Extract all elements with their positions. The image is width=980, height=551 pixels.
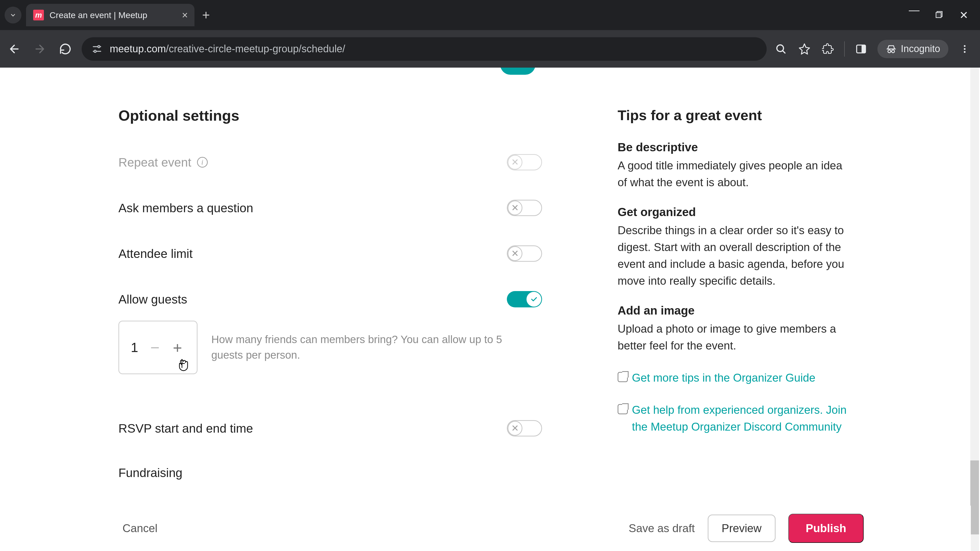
rsvp-time-label: RSVP start and end time [118, 421, 253, 435]
attendee-limit-row: Attendee limit ✕ [118, 245, 542, 262]
guest-count-stepper: 1 − + [118, 321, 197, 374]
check-icon [530, 295, 538, 303]
toggle-knob: ✕ [508, 421, 522, 436]
tab-strip: m Create an event | Meetup × + — ✕ [0, 0, 980, 30]
preview-button[interactable]: Preview [708, 514, 776, 542]
incognito-label: Incognito [901, 43, 940, 54]
stepper-decrement-button[interactable]: − [148, 338, 162, 357]
reload-button[interactable] [56, 40, 75, 58]
cancel-button[interactable]: Cancel [123, 522, 158, 535]
browser-tab[interactable]: m Create an event | Meetup × [26, 4, 194, 26]
new-tab-button[interactable]: + [202, 7, 210, 23]
window-minimize-button[interactable]: — [909, 4, 920, 16]
tip-block: Add an image Upload a photo or image to … [617, 303, 853, 354]
browser-chrome: m Create an event | Meetup × + — ✕ [0, 0, 980, 68]
guest-help-text: How many friends can members bring? You … [211, 332, 533, 363]
toggle-knob: ✕ [508, 155, 522, 170]
url-text: meetup.com/creative-circle-meetup-group/… [110, 43, 345, 55]
toggle-knob: ✕ [508, 200, 522, 215]
tip-heading: Be descriptive [617, 140, 853, 154]
save-draft-button[interactable]: Save as draft [628, 522, 695, 535]
external-link-icon [617, 372, 628, 382]
allow-guests-row: Allow guests [118, 291, 542, 307]
tip-link-row: Get more tips in the Organizer Guide [617, 369, 853, 386]
tab-close-button[interactable]: × [182, 10, 188, 21]
reload-icon [59, 43, 72, 56]
guest-stepper-row: 1 − + How many friends can members bring… [118, 321, 542, 374]
tip-heading: Add an image [617, 303, 853, 318]
toggle-knob [527, 292, 541, 306]
tab-search-dropdown[interactable] [5, 6, 21, 24]
tip-link-row: Get help from experienced organizers. Jo… [617, 402, 853, 435]
svg-rect-6 [862, 45, 865, 53]
toggle-knob: ✕ [508, 246, 522, 261]
menu-button[interactable] [958, 42, 972, 56]
extensions-icon[interactable] [821, 42, 835, 56]
fundraising-label: Fundraising [118, 466, 183, 480]
toolbar-right: Incognito [774, 40, 975, 58]
incognito-chip[interactable]: Incognito [877, 40, 948, 58]
svg-point-8 [892, 50, 894, 52]
rsvp-time-row: RSVP start and end time ✕ [118, 420, 542, 437]
organizer-guide-link[interactable]: Get more tips in the Organizer Guide [632, 369, 815, 386]
footer-bar: Cancel Save as draft Preview Publish [0, 506, 971, 551]
attendee-limit-toggle[interactable]: ✕ [507, 245, 542, 262]
search-icon[interactable] [774, 42, 788, 56]
window-close-button[interactable]: ✕ [959, 9, 968, 21]
external-link-icon [617, 404, 628, 414]
kebab-icon [959, 44, 970, 54]
site-info-button[interactable] [91, 43, 103, 55]
info-icon[interactable]: i [197, 157, 208, 168]
tab-title: Create an event | Meetup [49, 10, 147, 20]
back-button[interactable] [5, 40, 24, 58]
tips-title: Tips for a great event [617, 107, 853, 124]
tip-body: A good title immediately gives people an… [617, 157, 853, 191]
publish-button[interactable]: Publish [788, 514, 864, 543]
tip-body: Upload a photo or image to give members … [617, 321, 853, 354]
side-panel-icon[interactable] [854, 42, 868, 56]
svg-point-2 [98, 45, 100, 48]
tip-heading: Get organized [617, 205, 853, 219]
ask-question-row: Ask members a question ✕ [118, 200, 542, 216]
tips-column: Tips for a great event Be descriptive A … [617, 107, 853, 509]
svg-point-11 [964, 51, 966, 53]
discord-community-link[interactable]: Get help from experienced organizers. Jo… [632, 402, 853, 435]
section-title: Optional settings [118, 107, 542, 124]
bookmark-icon[interactable] [797, 42, 811, 56]
svg-point-3 [94, 50, 96, 52]
repeat-event-row: Repeat event i ✕ [118, 154, 542, 170]
repeat-event-label: Repeat event i [118, 156, 208, 169]
maximize-icon [935, 11, 943, 19]
toolbar-divider [844, 41, 845, 57]
svg-point-7 [888, 50, 891, 52]
arrow-left-icon [8, 43, 21, 56]
window-maximize-button[interactable] [935, 9, 943, 21]
svg-rect-1 [936, 13, 941, 17]
scrollbar-track[interactable] [970, 68, 979, 551]
tip-body: Describe things in a clear order so it's… [617, 222, 853, 289]
fundraising-row: Fundraising [118, 466, 542, 480]
svg-point-9 [964, 45, 966, 47]
tip-block: Be descriptive A good title immediately … [617, 140, 853, 191]
rsvp-time-toggle[interactable]: ✕ [507, 420, 542, 437]
forward-button[interactable] [30, 40, 49, 58]
allow-guests-toggle[interactable] [507, 291, 542, 307]
page-content: Optional settings Repeat event i ✕ Ask m… [0, 68, 980, 551]
attendee-limit-label: Attendee limit [118, 247, 192, 261]
arrow-right-icon [33, 43, 46, 56]
ask-question-label: Ask members a question [118, 201, 253, 215]
browser-toolbar: meetup.com/creative-circle-meetup-group/… [0, 30, 980, 68]
tip-block: Get organized Describe things in a clear… [617, 205, 853, 289]
address-bar[interactable]: meetup.com/creative-circle-meetup-group/… [82, 37, 767, 61]
allow-guests-label: Allow guests [118, 292, 187, 306]
tune-icon [91, 43, 103, 55]
meetup-favicon-icon: m [33, 10, 44, 21]
repeat-event-toggle: ✕ [507, 154, 542, 170]
stepper-increment-button[interactable]: + [170, 338, 185, 357]
scrollbar-thumb[interactable] [970, 460, 979, 534]
incognito-icon [886, 43, 897, 55]
settings-column: Optional settings Repeat event i ✕ Ask m… [118, 107, 542, 509]
svg-point-10 [964, 48, 966, 50]
ask-question-toggle[interactable]: ✕ [507, 200, 542, 216]
window-controls: — ✕ [909, 9, 980, 21]
